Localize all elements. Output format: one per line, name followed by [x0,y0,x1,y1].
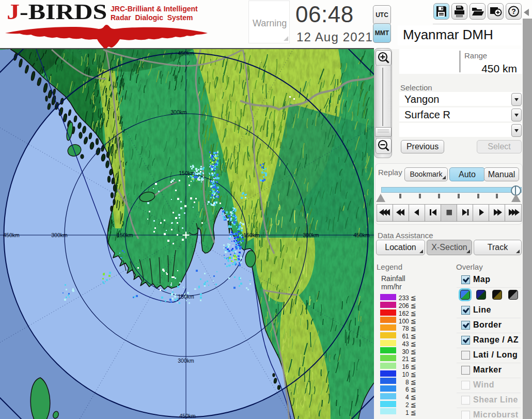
svg-text:300km: 300km [178,358,194,364]
svg-text:150km: 150km [178,293,194,300]
svg-text:450km: 450km [179,413,196,419]
svg-text:450km: 450km [178,50,194,56]
svg-text:?: ? [511,7,516,15]
svg-text:300km: 300km [51,232,68,238]
svg-text:450km: 450km [3,232,20,238]
svg-text:450km: 450km [353,232,370,238]
svg-text:150km: 150km [117,232,133,238]
svg-text:150km: 150km [179,170,195,176]
svg-text:300km: 300km [303,232,319,238]
svg-text:150km: 150km [243,232,260,238]
svg-text:300km: 300km [170,109,187,115]
